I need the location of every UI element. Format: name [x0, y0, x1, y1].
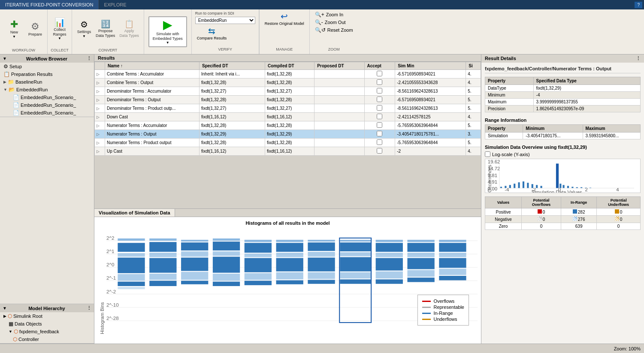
svg-rect-106: [563, 185, 565, 188]
table-row[interactable]: ▷ Numerator Terms : Product output fixdt…: [95, 139, 481, 147]
sidebar-item-baseline-run[interactable]: ▶ 📁 BaselineRun: [0, 78, 94, 86]
viz-tab-simulation[interactable]: Visualization of Simulation Data: [94, 209, 175, 217]
sidebar-item-data-objects[interactable]: ▦ Data Objects: [0, 320, 94, 328]
new-button[interactable]: ✚ New ▼: [3, 18, 26, 40]
table-row[interactable]: ▷ Combine Terms : Output fixdt(1,32,28) …: [95, 78, 481, 87]
workflow-browser-header[interactable]: ▼ Workflow Browser ⋮: [0, 54, 94, 63]
prop-row: Precision1.862645149230957e-09: [485, 106, 641, 112]
overview-row: Positive 0 282 0: [485, 208, 641, 216]
sidebar-item-simulink-root[interactable]: ▶ ⬡ Simulink Root: [0, 312, 94, 320]
propose-icon: 🔢: [101, 20, 110, 28]
svg-rect-43: [245, 273, 272, 280]
setup-icon: ⚙: [3, 63, 8, 69]
overview-col-inrange: In-Range: [561, 197, 597, 208]
col-name[interactable]: Name ↑: [105, 62, 200, 70]
model-hierarchy-arrow: ▼: [3, 306, 7, 311]
sidebar-item-scenario-1[interactable]: 📄 EmbeddedRun_Scenario_: [0, 94, 94, 101]
compare-icon: ⇆: [208, 26, 215, 36]
svg-text:2^-10: 2^-10: [106, 302, 119, 308]
col-accept[interactable]: Accept: [364, 62, 395, 70]
sidebar-item-embedded-run[interactable]: ▼ 📂 EmbeddedRun: [0, 86, 94, 94]
help-button[interactable]: ?: [635, 2, 642, 8]
row-accept[interactable]: [364, 121, 395, 130]
histogram-title: Histograms of all results in the model: [98, 220, 478, 226]
collect-ranges-button[interactable]: 📊 CollectRanges ▼: [50, 17, 69, 42]
results-table-container[interactable]: Name ↑ Specified DT Compiled DT Proposed…: [94, 62, 481, 208]
row-icon: ▷: [95, 78, 105, 87]
workflow-browser-menu-icon[interactable]: ⋮: [87, 56, 91, 61]
col-compiled-dt[interactable]: Compiled DT: [265, 62, 314, 70]
sidebar-item-setup[interactable]: ⚙ Setup: [0, 63, 94, 70]
col-specified-dt[interactable]: Specified DT: [200, 62, 265, 70]
row-accept[interactable]: [364, 87, 395, 96]
zoom-in-button[interactable]: 🔍+ Zoom In: [313, 11, 355, 18]
overview-inrange: 282: [561, 208, 597, 216]
zoom-buttons: 🔍+ Zoom In 🔍- Zoom Out 🔍↺ Reset Zoom: [313, 11, 355, 33]
row-sim-min: -5.765953063964844: [395, 121, 466, 130]
row-accept[interactable]: [364, 113, 395, 121]
workflow-browser-arrow: ▼: [3, 56, 7, 61]
apply-data-types-button[interactable]: 📋 ApplyData Types: [117, 19, 141, 39]
sidebar-item-scenario-2[interactable]: 📄 EmbeddedRun_Scenario_: [0, 101, 94, 109]
svg-text:2^0: 2^0: [106, 262, 114, 267]
settings-icon: ⚙: [80, 20, 88, 29]
table-row[interactable]: ▷ Denominator Terms : Product outp... fi…: [95, 104, 481, 113]
svg-rect-30: [181, 258, 208, 271]
sidebar-item-fxpdemo-feedback[interactable]: ▼ ⬡ fxpdemo_feedback: [0, 328, 94, 335]
table-row[interactable]: ▷ Denominator Terms : Output fixdt(1,32,…: [95, 96, 481, 104]
row-accept[interactable]: [364, 96, 395, 104]
table-row[interactable]: ▷ Combine Terms : Accumulator Inherit: I…: [95, 70, 481, 78]
sidebar-item-preparation-results[interactable]: 📋 Preparation Results: [0, 70, 94, 78]
compare-results-button[interactable]: ⇆ Compare Results: [197, 26, 227, 40]
simulate-label: Simulate withEmbedded Types: [153, 32, 183, 41]
col-proposed-dt[interactable]: Proposed DT: [314, 62, 364, 70]
sidebar-item-scenario-3[interactable]: 📄 EmbeddedRun_Scenario_: [0, 109, 94, 117]
row-accept[interactable]: [364, 147, 395, 156]
row-si: 4.: [466, 147, 481, 156]
zoom-status: Zoom: 100%: [614, 346, 641, 351]
row-icon: ▷: [95, 139, 105, 147]
results-title: Results: [98, 55, 115, 60]
model-hierarchy-menu-icon[interactable]: ⋮: [87, 305, 91, 311]
row-name: Combine Terms : Output: [105, 78, 200, 87]
simulate-button[interactable]: ▶ Simulate withEmbedded Types ▼: [148, 16, 187, 48]
table-row[interactable]: ▷ Numerator Terms : Accumulator fixdt(1,…: [95, 121, 481, 130]
zoom-out-button[interactable]: 🔍- Zoom Out: [313, 19, 355, 26]
model-hierarchy-header[interactable]: ▼ Model Hierarchy ⋮: [0, 304, 94, 312]
table-row[interactable]: ▷ Up Cast fixdt(1,16,12) fixdt(1,16,12) …: [95, 147, 481, 156]
svg-text:2^1: 2^1: [106, 249, 114, 254]
model-hierarchy-title: Model Hierarchy: [28, 306, 65, 311]
title-tab-conversion[interactable]: ITERATIVE FIXED-POINT CONVERSION: [0, 0, 99, 9]
svg-rect-31: [181, 272, 208, 280]
propose-data-types-button[interactable]: 🔢 ProposeData Types: [94, 19, 117, 39]
data-objects-icon: ▦: [9, 321, 13, 327]
svg-rect-81: [439, 276, 466, 280]
title-tab-explore[interactable]: EXPLORE: [99, 0, 132, 9]
row-accept[interactable]: [364, 70, 395, 78]
row-accept[interactable]: [364, 130, 395, 139]
sidebar-item-controller[interactable]: ⬡ Controller: [0, 335, 94, 343]
settings-button[interactable]: ⚙ Settings ▼: [75, 19, 94, 39]
legend-in-range-color: [422, 313, 431, 314]
zoom-section-label: ZOOM: [313, 46, 355, 52]
log-scale-checkbox[interactable]: [485, 151, 490, 157]
row-accept[interactable]: [364, 104, 395, 113]
run-select[interactable]: EmbeddedRun: [195, 17, 255, 24]
table-row[interactable]: ▷ Numerator Terms : Output fixdt(1,32,29…: [95, 130, 481, 139]
row-proposed: [314, 70, 364, 78]
reset-zoom-button[interactable]: 🔍↺ Reset Zoom: [313, 27, 355, 33]
prepare-button[interactable]: ⚙ Prepare: [26, 21, 45, 38]
baseline-label: BaselineRun: [15, 79, 42, 84]
toolbar-verify-section: Run to compare in SDI EmbeddedRun ⇆ Comp…: [192, 9, 259, 54]
row-icon: ▷: [95, 96, 105, 104]
row-icon: ▷: [95, 104, 105, 113]
row-accept[interactable]: [364, 139, 395, 147]
row-accept[interactable]: [364, 78, 395, 87]
table-row[interactable]: ▷ Denominator Terms : Accumulator fixdt(…: [95, 87, 481, 96]
details-menu-icon[interactable]: ⋮: [636, 56, 641, 61]
simulate-icon: ▶: [163, 19, 172, 31]
svg-text:19.62: 19.62: [488, 159, 500, 164]
col-sim-min[interactable]: Sim Min: [395, 62, 466, 70]
col-si[interactable]: Si: [466, 62, 481, 70]
table-row[interactable]: ▷ Down Cast fixdt(1,16,12) fixdt(1,16,12…: [95, 113, 481, 121]
